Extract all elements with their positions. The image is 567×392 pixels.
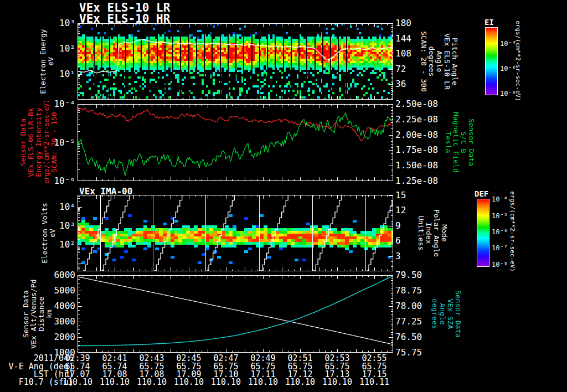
y-tick-label: 2.50e-08: [395, 100, 446, 109]
axis-label-line: Index: [425, 192, 432, 275]
axis-label-line: eV: [47, 20, 55, 103]
time-tick-label: 02:49: [243, 354, 283, 362]
trajectory-line-canvas: [78, 275, 393, 353]
y-tick-label: 1000: [31, 348, 75, 357]
els-spectrogram-canvas: [78, 23, 393, 100]
y-tick-label: 79.50: [395, 271, 446, 280]
colorbar-def: [477, 199, 489, 267]
colorbar-def-tick: 10⁻⁵: [492, 212, 508, 220]
axis-label-line: Pitch Angle: [451, 20, 458, 103]
annotation-value: 110.11: [354, 378, 394, 386]
colorbar-def-tick: 10⁻⁸: [492, 261, 508, 269]
traj-right-axis-label: Sensor Data VEx SZA Angle degrees: [431, 272, 462, 355]
colorbar-ei-tick: 10⁻⁶: [500, 65, 516, 73]
axis-label-line: Sensor Data: [22, 272, 30, 355]
y-tick-label: 12: [395, 206, 446, 215]
y-tick-label: 6000: [31, 271, 75, 280]
y-tick-label: 1.25e-08: [395, 177, 446, 185]
y-tick-label: 10²: [31, 240, 75, 249]
y-tick-label: 10⁴: [31, 203, 75, 212]
annotation-value: 110.10: [132, 378, 172, 386]
colorbar-ei-units: ergs/(cm**2-sr-sec-eV): [515, 19, 522, 102]
y-tick-label: 1.75e-08: [395, 146, 446, 154]
els06-right-axis-label: Sensor Data S/C B Magnetic Field Tesla: [444, 101, 475, 184]
time-tick-label: 02:47: [206, 354, 246, 362]
annotation-value: 110.10: [280, 378, 320, 386]
annotation-value: 110.10: [95, 378, 135, 386]
axis-label-line: Sensor Data: [19, 101, 27, 184]
axis-label-line: Angle: [435, 20, 443, 103]
colorbar-def-units: ergs/(cm**2-sr-sec-eV): [509, 190, 516, 273]
time-tick-label: 02:51: [280, 354, 320, 362]
axis-label-line: Tesla: [444, 101, 452, 184]
colorbar-ei: [485, 27, 498, 95]
y-tick-label: 144: [395, 34, 446, 43]
colorbar-def-tick: 10⁻⁶: [492, 228, 508, 236]
els-right-axis-label: Pitch Angle VEx ELS-10 LR Angle degrees …: [420, 20, 458, 103]
y-tick-label: 10⁻⁵: [31, 138, 75, 147]
axis-label-line: degrees: [427, 20, 435, 103]
axis-label-line: Mode: [440, 192, 448, 275]
time-tick-label: 02:41: [95, 354, 135, 362]
annotation-value: 110.10: [317, 378, 357, 386]
axis-label-line: Angle: [439, 272, 446, 355]
axis-label-line: Sensor Data: [467, 101, 475, 184]
axis-label-line: Electron Energy: [39, 20, 47, 103]
ima-spectrogram-canvas: [78, 195, 393, 271]
y-tick-label: 10¹: [31, 70, 75, 79]
y-tick-label: 5000: [31, 286, 75, 295]
els-left-axis-label: Electron Energy eV: [39, 20, 55, 103]
y-tick-label: 10³: [31, 221, 75, 230]
y-tick-label: 9: [395, 221, 446, 230]
y-tick-label: 2.00e-08: [395, 131, 446, 140]
colorbar-ei-tick: 10⁻⁴: [500, 40, 516, 48]
axis-label-line: degrees: [431, 272, 439, 355]
axis-label-line: km: [45, 272, 53, 355]
vex-quicklook-multipanel-plot: VEx ELS-10 LR VEx ELS-10 HR VEx IMA-00 E…: [0, 0, 567, 392]
colorbar-def-title: DEF: [475, 189, 488, 198]
colorbar-ei-title: EI: [484, 18, 494, 27]
y-tick-label: 10⁻⁶: [31, 177, 75, 185]
axis-label-line: VEx ELS-10 LR: [443, 20, 451, 103]
y-tick-label: 77.25: [395, 317, 446, 326]
annotation-value: 110.10: [169, 378, 209, 386]
y-tick-label: 78.00: [395, 302, 446, 311]
y-tick-label: 72: [395, 65, 446, 74]
y-tick-label: 6: [395, 236, 446, 245]
y-tick-label: 15: [395, 191, 446, 200]
axis-label-line: VEx SZA: [446, 272, 454, 355]
y-tick-label: 10²: [31, 44, 75, 53]
time-tick-label: 02:55: [354, 354, 394, 362]
y-tick-label: 2000: [31, 333, 75, 342]
axis-label-line: Unitless: [417, 192, 425, 275]
time-tick-label: 02:45: [169, 354, 209, 362]
y-tick-label: 75.75: [395, 348, 446, 357]
axis-label-line: SCAN: 20 - 300: [420, 20, 427, 103]
traj-left-axis-label: Sensor Data VEx Alt/Venus/Pd Distance km: [22, 272, 53, 355]
y-tick-label: 180: [395, 19, 446, 28]
axis-label-line: S/C B: [460, 101, 467, 184]
time-tick-label: 02:43: [132, 354, 172, 362]
y-tick-label: 36: [395, 80, 446, 89]
y-tick-label: 4000: [31, 302, 75, 311]
y-tick-label: 3000: [31, 317, 75, 326]
axis-label-line: VEx Alt/Venus/Pd: [30, 272, 38, 355]
time-tick-label: 02:53: [317, 354, 357, 362]
annotation-value: 110.10: [58, 378, 97, 386]
y-tick-label: 1.50e-08: [395, 161, 446, 170]
y-tick-label: 76.50: [395, 333, 446, 342]
y-tick-label: 2.25e-08: [395, 115, 446, 124]
colorbar-def-tick: 10⁻⁴: [492, 195, 508, 203]
y-tick-label: 78.75: [395, 286, 446, 295]
y-tick-label: 10³: [31, 19, 75, 28]
annotation-value: 110.10: [206, 378, 246, 386]
y-tick-label: 10⁻⁴: [31, 100, 75, 109]
axis-label-line: Magnetic Field: [452, 101, 460, 184]
axis-label-line: Polar Angle: [432, 192, 440, 275]
annotation-value: 110.10: [243, 378, 283, 386]
ima-right-axis-label: Mode Polar Angle Index Unitless: [417, 192, 448, 275]
colorbar-def-tick: 10⁻⁷: [492, 244, 508, 252]
axis-label-line: Distance: [38, 272, 45, 355]
colorbar-ei-tick: 10⁻⁸: [500, 90, 516, 97]
y-tick-label: 108: [395, 49, 446, 58]
